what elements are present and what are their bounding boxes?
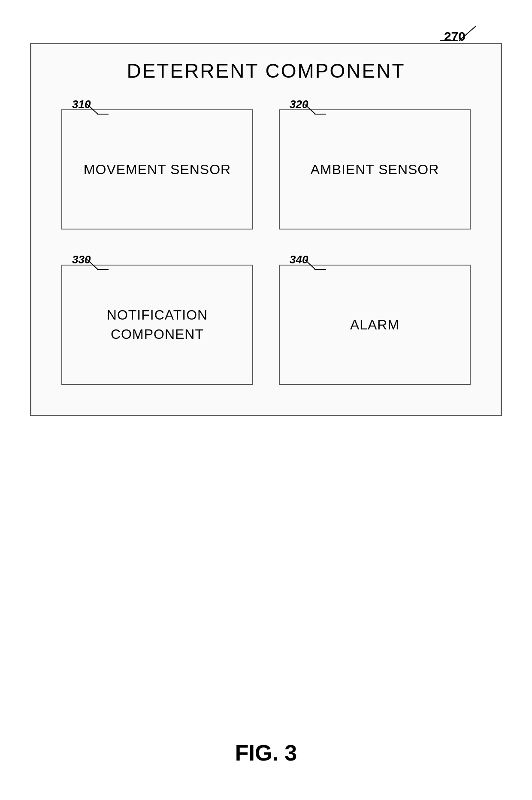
svg-line-0 — [459, 26, 476, 41]
alarm-label: ALARM — [350, 317, 399, 333]
alarm-box: ALARM — [279, 265, 471, 385]
svg-line-2 — [87, 104, 98, 114]
deterrent-component-box: DETERRENT COMPONENT 310 MOVEMENT SENSOR — [30, 43, 502, 416]
ambient-sensor-label: AMBIENT SENSOR — [311, 162, 439, 178]
notification-component-wrapper: 330 NOTIFICATIONCOMPONENT — [61, 255, 253, 385]
ref-310-bracket — [85, 102, 111, 117]
ref-320-bracket — [302, 102, 328, 117]
ambient-sensor-box: AMBIENT SENSOR — [279, 109, 471, 229]
notification-component-box: NOTIFICATIONCOMPONENT — [61, 265, 253, 385]
figure-label: FIG. 3 — [235, 740, 297, 766]
movement-sensor-box: MOVEMENT SENSOR — [61, 109, 253, 229]
movement-sensor-label: MOVEMENT SENSOR — [84, 162, 231, 178]
movement-sensor-wrapper: 310 MOVEMENT SENSOR — [61, 100, 253, 229]
notification-component-label: NOTIFICATIONCOMPONENT — [107, 305, 208, 344]
components-grid: 310 MOVEMENT SENSOR 320 — [61, 100, 471, 385]
svg-line-6 — [87, 260, 98, 269]
ref-330-bracket — [85, 257, 111, 272]
svg-line-4 — [305, 104, 315, 114]
ambient-sensor-wrapper: 320 AMBIENT SENSOR — [279, 100, 471, 229]
alarm-wrapper: 340 ALARM — [279, 255, 471, 385]
ref-340-bracket — [302, 257, 328, 272]
deterrent-title: DETERRENT COMPONENT — [127, 59, 405, 82]
page-container: 270 DETERRENT COMPONENT 310 MOVEMENT SEN… — [0, 0, 532, 800]
svg-line-8 — [305, 260, 315, 269]
